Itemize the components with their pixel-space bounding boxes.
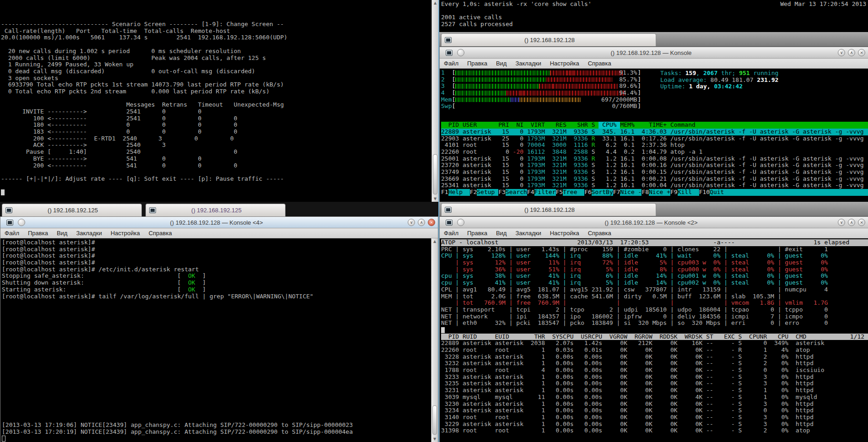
menu-item-Закладки[interactable]: Закладки [515,60,541,67]
scroll-down-arrow-icon[interactable]: ▼ [432,196,438,202]
fkey-F10[interactable]: F10 [699,189,710,196]
htop-row[interactable]: 22260 root 0 -20 16112 3848 2588 S 4.4 0… [441,149,868,156]
fkey-F7[interactable]: F7 [613,189,620,196]
fkey-F5[interactable]: F5 [556,189,563,196]
fkey-label-Quit[interactable]: Quit [710,189,731,196]
fkey-F6[interactable]: F6 [584,189,592,196]
fkey-label-Tree[interactable]: Tree [563,189,584,196]
column-header-NI[interactable]: NI [513,122,527,129]
close-button[interactable]: × [858,49,865,56]
titlebar-shell[interactable]: () 192.168.192.128 — Konsole <4> ∨ ∧ × [0,217,438,228]
menu-item-Файл[interactable]: Файл [444,60,458,67]
meter-segment-g [455,91,506,96]
atop-row: 1788 root root 4 0.00s 0.00s 0K 0K 0K 0K… [441,367,868,374]
minimize-button[interactable]: ∨ [838,219,845,226]
tab-192-168-192-125-1[interactable]: () 192.168.192.125 [2,204,142,216]
scrollbar-thumb[interactable] [433,154,437,194]
menu-item-Справка[interactable]: Справка [588,60,611,67]
window-menu-button[interactable] [457,219,464,226]
minimize-button[interactable]: ∨ [838,49,845,56]
maximize-button[interactable]: ∧ [848,49,855,56]
tab-192-168-192-125-2[interactable]: () 192.168.192.125 [146,204,286,216]
menu-item-Правка[interactable]: Правка [467,230,487,237]
fkey-label-Search[interactable]: Search [506,189,527,196]
menu-item-Правка[interactable]: Правка [467,60,487,67]
scrollbar-thumb[interactable] [432,405,437,435]
atop-terminal[interactable]: ATOP - localhost 2013/03/13 17:20:53 -a-… [440,238,868,442]
htop-row[interactable]: 23720 asterisk 15 0 1793M 321M 9336 S 1.… [441,162,868,169]
terminal-line: Shutting down asterisk: [ OK ] [2,280,431,286]
column-header-RES[interactable]: RES [549,122,570,129]
htop-row[interactable]: 22889 asterisk 15 0 1793M 321M 9336 S 34… [441,129,868,135]
column-header-S[interactable]: S [592,122,599,129]
column-header-PID[interactable]: PID [441,122,463,129]
titlebar-atop[interactable]: () 192.168.192.128 — Konsole <2> ∨ ∧ × [440,217,868,228]
meter-label: 3 [441,83,452,90]
htop-row[interactable]: 22903 asterisk 25 0 1793M 321M 9336 R 33… [441,135,868,142]
htop-table-header[interactable]: PID USER PRI NI VIRT RES SHR S CPU% MEM%… [441,122,868,129]
scroll-up-arrow-icon[interactable]: ▲ [431,238,438,244]
window-menu-button[interactable] [18,219,25,226]
left-column: ------------------------------ Scenario … [0,0,438,442]
htop-row[interactable]: 4101 root 15 0 70004 3000 1116 R 6.2 0.1… [441,142,868,149]
htop-row[interactable]: 23749 asterisk 15 0 1793M 321M 9336 S 1.… [441,169,868,176]
fkey-label-Help[interactable]: Help [448,189,470,196]
fkey-F2[interactable]: F2 [470,189,477,196]
htop-terminal[interactable]: 1 [91.3%]2 [85.7%]3 [89.6%]4 [94.4%]Mem[… [440,69,868,202]
htop-row[interactable]: 25341 asterisk 15 0 1793M 321M 9336 S 1.… [441,182,868,189]
maximize-button[interactable]: ∧ [418,219,425,226]
menu-item-Настройка[interactable]: Настройка [111,230,140,237]
fkey-label-Filter[interactable]: Filter [534,189,556,196]
menu-item-Закладки[interactable]: Закладки [515,230,541,237]
fkey-label-Nice -[interactable]: Nice - [620,189,642,196]
tab-192-168-192-128-top[interactable]: () 192.168.192.128 [441,33,656,46]
window-menu-button[interactable] [457,49,464,56]
shell-terminal[interactable]: [root@localhost asterisk]#[root@localhos… [0,238,438,442]
column-header-CPU%[interactable]: CPU% [598,122,620,129]
terminal-line [1,95,431,102]
column-header-TIME+[interactable]: TIME+ [638,122,670,129]
htop-row[interactable]: 25001 asterisk 15 0 1793M 321M 9336 R 1.… [441,156,868,162]
fkey-F1[interactable]: F1 [441,189,448,196]
fkey-F8[interactable]: F8 [642,189,649,196]
terminal-line: 1 Running, 2499 Paused, 33 Woken up [1,61,431,68]
fkey-label-Nice +[interactable]: Nice + [649,189,670,196]
menu-item-Справка[interactable]: Справка [588,230,611,237]
menu-item-Закладки[interactable]: Закладки [76,230,102,237]
column-header-SHR[interactable]: SHR [570,122,592,129]
menu-item-Вид[interactable]: Вид [57,230,68,237]
minimize-button[interactable]: ∨ [408,219,415,226]
htop-row[interactable]: 23669 asterisk 15 0 1793M 321M 9336 S 1.… [441,176,868,183]
fkey-bar-fill [731,189,868,196]
fkey-label-Kill[interactable]: Kill [678,189,699,196]
fkey-F3[interactable]: F3 [498,189,506,196]
fkey-F4[interactable]: F4 [527,189,534,196]
column-header-USER[interactable]: USER [463,122,498,129]
fkey-label-SortBy[interactable]: SortBy [592,189,613,196]
menu-item-Правка[interactable]: Правка [28,230,48,237]
close-button[interactable]: × [428,219,435,226]
close-button[interactable]: × [858,219,865,226]
tab-192-168-192-128-bottom[interactable]: () 192.168.192.128 [441,203,656,216]
titlebar-htop[interactable]: () 192.168.192.128 — Konsole ∨ ∧ × [440,47,868,59]
menu-item-Вид[interactable]: Вид [496,60,507,67]
menu-item-Настройка[interactable]: Настройка [550,230,579,237]
shell-scrollbar[interactable]: ▲ ▼ [431,238,438,442]
menu-item-Справка[interactable]: Справка [149,230,172,237]
bracket: [ [452,97,455,103]
sipp-scrollbar[interactable]: ▲ ▼ [431,0,438,202]
scroll-down-arrow-icon[interactable]: ▼ [431,436,438,442]
menu-item-Настройка[interactable]: Настройка [550,60,579,67]
column-header-PRI[interactable]: PRI [498,122,512,129]
scroll-up-arrow-icon[interactable]: ▲ [432,0,438,6]
column-header-Command[interactable]: Command [670,122,868,129]
column-header-MEM%[interactable]: MEM% [620,122,638,129]
fkey-F9[interactable]: F9 [670,189,678,196]
maximize-button[interactable]: ∧ [848,219,855,226]
menu-item-Файл[interactable]: Файл [444,230,458,237]
fkey-label-Setup[interactable]: Setup [477,189,498,196]
menu-item-Вид[interactable]: Вид [496,230,507,237]
column-header-VIRT[interactable]: VIRT [527,122,549,129]
menu-item-Файл[interactable]: Файл [5,230,19,237]
atop-row: 22260 root root 1 0.03s 0.01s 0K 0K 0K 0… [441,347,868,354]
